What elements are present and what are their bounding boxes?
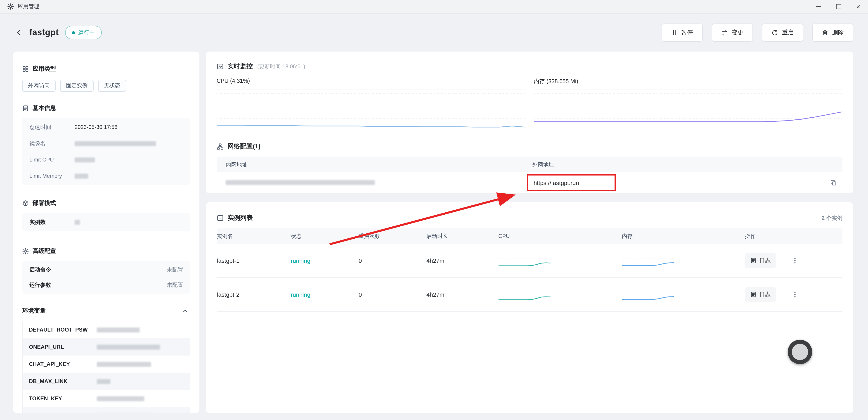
list-icon: [217, 214, 224, 222]
memory-chart-panel: 内存 (338.655 Mi): [534, 78, 842, 132]
env-row: DB_MAX_LINK: [23, 373, 190, 390]
more-actions-button[interactable]: [792, 257, 799, 264]
page-header: fastgpt 运行中 暂停 变更: [13, 13, 853, 52]
network-row: https://fastgpt.run: [217, 172, 842, 193]
info-label: Limit Memory: [29, 173, 74, 179]
titlebar: 应用管理 ×: [0, 0, 868, 13]
instance-status: running: [291, 291, 359, 298]
delete-label: 删除: [832, 29, 844, 37]
column-restarts: 重启次数: [359, 232, 427, 240]
redacted-internal-address: [226, 180, 375, 185]
gear-logo-icon: [7, 3, 14, 10]
section-app-type: 应用类型: [22, 64, 190, 73]
document-icon: [22, 105, 29, 112]
deploy-mode-box: 实例数: [22, 213, 190, 231]
log-button[interactable]: 日志: [745, 253, 776, 268]
instances-count: 2 个实例: [822, 214, 842, 222]
info-label: 创建时间: [29, 123, 74, 131]
change-label: 变更: [732, 29, 743, 37]
column-operations: 操作: [745, 232, 842, 240]
log-button[interactable]: 日志: [745, 287, 776, 302]
column-status: 状态: [291, 232, 359, 240]
env-vars-header: 环境变量: [22, 306, 190, 315]
advanced-row: 运行参数 未配置: [29, 277, 183, 293]
cpu-monitor-chart: [217, 90, 525, 132]
kebab-menu-icon: [792, 257, 799, 264]
minimize-button[interactable]: [809, 0, 829, 13]
back-button[interactable]: [13, 27, 25, 38]
maximize-icon: [836, 4, 841, 9]
redacted-value: [97, 362, 151, 367]
chevron-up-icon: [182, 307, 189, 314]
section-advanced-config: 高级配置: [22, 246, 190, 256]
restart-button[interactable]: 重启: [762, 24, 803, 41]
tag-external-access: 外网访问: [22, 80, 56, 92]
network-icon: [217, 143, 224, 150]
monitor-icon: [217, 63, 224, 70]
instances-table-header: 实例名 状态 重启次数 启动时长 CPU 内存 操作: [217, 229, 842, 244]
column-uptime: 启动时长: [427, 232, 498, 240]
redacted-value: [97, 396, 144, 401]
instances-title: 实例列表: [227, 214, 253, 222]
info-label: 镜像名: [29, 140, 74, 147]
redacted-value: [74, 157, 95, 162]
instance-restarts: 0: [359, 291, 427, 298]
cpu-chart-panel: CPU (4.31%): [217, 78, 525, 132]
section-basic-info: 基本信息: [22, 103, 190, 113]
tag-stateless: 无状态: [98, 80, 126, 92]
tag-fixed-instance: 固定实例: [60, 80, 94, 92]
table-row: fastgpt-1 running 0 4h27m: [217, 244, 842, 278]
info-label: Limit CPU: [29, 156, 74, 163]
instance-uptime: 4h27m: [427, 291, 498, 298]
section-title: 高级配置: [33, 247, 56, 255]
status-dot-icon: [72, 31, 75, 34]
restart-icon: [771, 29, 778, 36]
realtime-monitor-header: 实时监控 (更新时间 18:06:01): [217, 62, 842, 71]
section-title: 基本信息: [33, 104, 56, 112]
info-row: 创建时间 2023-05-30 17:58: [29, 119, 183, 135]
delete-button[interactable]: 删除: [812, 24, 853, 41]
close-button[interactable]: ×: [848, 0, 868, 13]
column-cpu: CPU: [498, 233, 622, 239]
external-url-link[interactable]: https://fastgpt.run: [527, 174, 616, 191]
env-vars-title: 环境变量: [22, 307, 46, 315]
log-icon: [750, 291, 756, 298]
info-label: 实例数: [29, 218, 74, 226]
monitor-network-card: 实时监控 (更新时间 18:06:01) CPU (4.31%) 内存 (338…: [206, 52, 853, 193]
copy-icon: [830, 179, 837, 186]
env-key: DEFAULT_ROOT_PSW: [23, 327, 97, 333]
instances-header: 实例列表 2 个实例: [217, 213, 842, 223]
instance-status: running: [291, 257, 359, 264]
status-badge: 运行中: [65, 26, 102, 39]
section-title: 部署模式: [33, 199, 56, 207]
memory-chart-label: 内存 (338.655 Mi): [534, 78, 842, 86]
section-deploy-mode: 部署模式: [22, 199, 190, 208]
advanced-value: 未配置: [167, 281, 183, 289]
gear-icon: [22, 248, 29, 254]
log-button-label: 日志: [759, 257, 771, 264]
instance-cpu-sparkline: [498, 250, 551, 270]
maximize-button[interactable]: [829, 0, 848, 13]
advanced-label: 启动命令: [29, 266, 51, 273]
log-button-label: 日志: [759, 291, 771, 298]
instance-memory-sparkline: [622, 284, 674, 304]
pause-button[interactable]: 暂停: [661, 24, 703, 41]
redacted-value: [97, 379, 110, 384]
page-title: fastgpt: [29, 28, 59, 37]
redacted-value: [97, 327, 140, 332]
collapse-env-button[interactable]: [182, 307, 189, 314]
env-key: CHAT_API_KEY: [23, 361, 97, 367]
instance-uptime: 4h27m: [427, 257, 498, 264]
copy-button[interactable]: [830, 179, 837, 186]
more-actions-button[interactable]: [792, 291, 799, 298]
env-row: ONEAPI_URL: [23, 338, 190, 356]
advanced-value: 未配置: [167, 266, 183, 273]
env-row: FILE_TOKEN_KEY: [23, 407, 190, 413]
exchange-arrows-icon: [721, 29, 728, 36]
info-value: 2023-05-30 17:58: [74, 124, 118, 130]
cube-icon: [22, 200, 29, 207]
network-config-header: 网络配置(1): [217, 142, 842, 152]
network-title: 网络配置(1): [227, 143, 260, 151]
log-icon: [750, 258, 756, 264]
change-button[interactable]: 变更: [712, 24, 753, 41]
